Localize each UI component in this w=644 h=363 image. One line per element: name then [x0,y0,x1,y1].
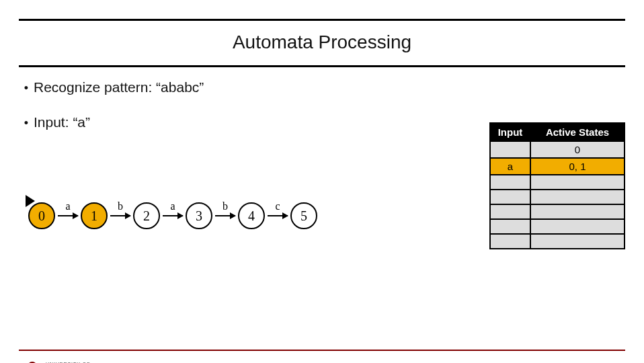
trace-row [490,175,625,190]
edge-0: a [58,215,78,216]
edge-3: b [215,215,235,216]
edge-label: a [65,200,70,212]
edge-label: b [118,200,123,212]
arrow-icon [268,215,288,216]
trace-row: 0 [490,141,625,158]
trace-cell-input [490,234,530,249]
trace-cell-input [490,219,530,234]
bullet-input-text: Input: “a” [34,114,90,130]
trace-row: a0, 1 [490,158,625,175]
trace-cell-states: 0 [530,141,625,158]
state-1: 1 [81,202,108,229]
edge-label: b [223,200,228,212]
arrow-icon [110,215,130,216]
bullet-dot-icon: • [19,81,34,95]
footer-divider [19,350,625,351]
trace-row [490,204,625,219]
slide-title: Automata Processing [19,32,625,53]
trace-row [490,234,625,249]
state-5: 5 [290,202,317,229]
trace-cell-states [530,219,625,234]
trace-cell-states [530,204,625,219]
arrow-icon [58,215,78,216]
trace-body: 0a0, 1 [490,141,625,249]
bullet-pattern: • Recognize pattern: “ababc” [19,79,625,95]
edge-1: b [110,215,130,216]
trace-row [490,219,625,234]
trace-header-input: Input [490,123,530,141]
trace-cell-input: a [490,158,530,175]
trace-cell-input [490,175,530,190]
tree-icon [24,360,40,363]
edge-2: a [163,215,183,216]
automaton-diagram: 0a1b2a3b4c5 [28,199,317,233]
trace-cell-input [490,204,530,219]
state-4: 4 [238,202,265,229]
trace-cell-states [530,190,625,204]
trace-cell-input [490,190,530,204]
trace-row [490,190,625,204]
edge-4: c [268,215,288,216]
edge-label: a [170,200,175,212]
arrow-icon [163,215,183,216]
bullet-pattern-text: Recognize pattern: “ababc” [34,79,204,95]
trace-cell-states [530,234,625,249]
trace-header-states: Active States [530,123,625,141]
trace-cell-states: 0, 1 [530,158,625,175]
trace-table: Input Active States 0a0, 1 [489,122,625,249]
slide: Automata Processing • Recognize pattern:… [0,19,644,363]
state-0: 0 [28,202,55,229]
bullet-dot-icon: • [19,116,34,130]
title-rule-wrap: Automata Processing [19,19,625,67]
arrow-icon [215,215,235,216]
state-3: 3 [186,202,212,229]
state-2: 2 [133,202,160,229]
university-logo: UNIVERSITY OF SOUTH CAROLINA [24,360,133,363]
edge-label: c [275,200,280,212]
trace-cell-states [530,175,625,190]
trace-cell-input [490,141,530,158]
